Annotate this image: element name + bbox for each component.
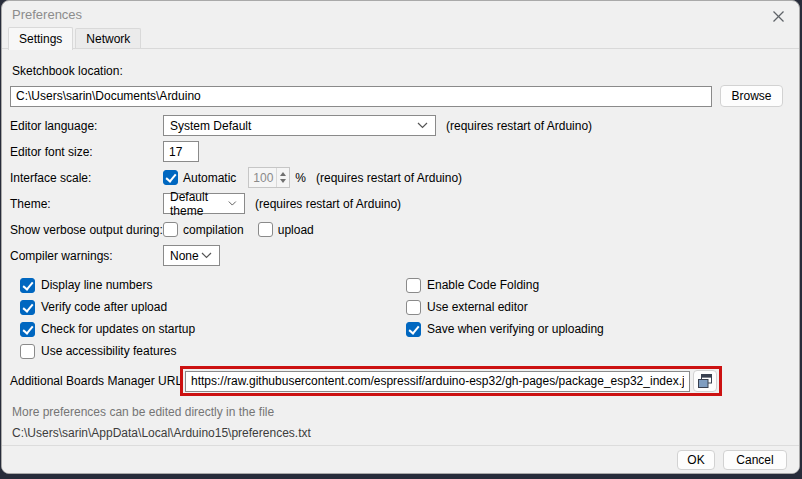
- verbose-upload-option[interactable]: upload: [258, 222, 314, 237]
- close-button[interactable]: [769, 7, 787, 25]
- tab-strip: Settings Network: [2, 28, 799, 49]
- theme-label: Theme:: [10, 197, 163, 211]
- option-verify-code-after-upload[interactable]: Verify code after upload: [20, 296, 406, 318]
- save-when-verifying-checkbox[interactable]: [406, 322, 421, 337]
- option-label: Use accessibility features: [41, 344, 176, 358]
- accessibility-checkbox[interactable]: [20, 344, 35, 359]
- automatic-scale-checkbox[interactable]: [163, 170, 178, 185]
- chevron-down-icon: [228, 200, 237, 207]
- compiler-warnings-value: None: [170, 249, 199, 263]
- sketchbook-location-input[interactable]: [10, 86, 712, 107]
- preferences-dialog: Preferences Settings Network Sketchbook …: [1, 0, 800, 474]
- close-icon: [772, 10, 785, 23]
- option-display-line-numbers[interactable]: Display line numbers: [20, 274, 406, 296]
- tab-network[interactable]: Network: [75, 28, 141, 49]
- verbose-compilation-checkbox[interactable]: [163, 222, 178, 237]
- boards-manager-urls-label: Additional Boards Manager URLs:: [10, 374, 180, 388]
- stepper-arrows[interactable]: [276, 168, 289, 187]
- tab-settings[interactable]: Settings: [8, 27, 73, 50]
- option-label: Display line numbers: [41, 278, 152, 292]
- display-line-numbers-checkbox[interactable]: [20, 278, 35, 293]
- option-save-when-verifying[interactable]: Save when verifying or uploading: [406, 318, 791, 340]
- dialog-button-bar: OK Cancel: [2, 445, 799, 473]
- scale-percent-sign: %: [295, 171, 306, 185]
- verbose-upload-checkbox[interactable]: [258, 222, 273, 237]
- urls-editor-button[interactable]: [693, 370, 717, 392]
- ok-button[interactable]: OK: [677, 450, 715, 470]
- theme-restart-note: (requires restart of Arduino): [255, 197, 401, 211]
- chevron-down-icon: [201, 252, 212, 259]
- browse-button[interactable]: Browse: [720, 85, 783, 107]
- verbose-compilation-option[interactable]: compilation: [163, 222, 244, 237]
- windows-list-icon: [697, 373, 713, 389]
- more-preferences-note: More preferences can be edited directly …: [12, 402, 791, 423]
- window-title: Preferences: [12, 7, 82, 22]
- theme-value: Default theme: [170, 190, 228, 218]
- scale-restart-note: (requires restart of Arduino): [316, 171, 462, 185]
- title-bar: Preferences: [2, 1, 799, 28]
- verbose-output-label: Show verbose output during:: [10, 223, 163, 237]
- settings-tab-content: Sketchbook location: Browse Editor langu…: [2, 49, 799, 465]
- stepper-down-icon[interactable]: [280, 179, 286, 183]
- language-restart-note: (requires restart of Arduino): [446, 119, 592, 133]
- verify-code-checkbox[interactable]: [20, 300, 35, 315]
- compiler-warnings-label: Compiler warnings:: [10, 249, 163, 263]
- option-use-external-editor[interactable]: Use external editor: [406, 296, 791, 318]
- editor-language-value: System Default: [170, 119, 251, 133]
- automatic-scale-option-label: Automatic: [183, 171, 236, 185]
- editor-language-select[interactable]: System Default: [163, 115, 436, 136]
- option-label: Verify code after upload: [41, 300, 167, 314]
- preferences-file-path: C:\Users\sarin\AppData\Local\Arduino15\p…: [12, 423, 791, 444]
- option-use-accessibility-features[interactable]: Use accessibility features: [20, 340, 406, 362]
- editor-font-size-input[interactable]: [163, 141, 199, 162]
- scale-percent-value: 100: [249, 171, 276, 185]
- option-label: Save when verifying or uploading: [427, 322, 604, 336]
- option-label: Enable Code Folding: [427, 278, 539, 292]
- automatic-scale-option[interactable]: Automatic: [163, 170, 236, 185]
- options-checkbox-grid: Display line numbers Verify code after u…: [20, 274, 791, 362]
- sketchbook-location-label: Sketchbook location:: [12, 64, 791, 78]
- editor-font-size-label: Editor font size:: [10, 145, 163, 159]
- compiler-warnings-select[interactable]: None: [163, 245, 220, 266]
- check-updates-checkbox[interactable]: [20, 322, 35, 337]
- option-label: Use external editor: [427, 300, 528, 314]
- chevron-down-icon: [417, 122, 428, 129]
- scale-percent-stepper[interactable]: 100: [248, 167, 290, 188]
- urls-highlight-annotation: [180, 366, 722, 396]
- stepper-up-icon[interactable]: [280, 172, 286, 176]
- verbose-upload-label: upload: [278, 223, 314, 237]
- external-editor-checkbox[interactable]: [406, 300, 421, 315]
- boards-manager-urls-input[interactable]: [185, 371, 690, 392]
- cancel-button[interactable]: Cancel: [723, 450, 787, 470]
- theme-select[interactable]: Default theme: [163, 193, 245, 214]
- code-folding-checkbox[interactable]: [406, 278, 421, 293]
- option-label: Check for updates on startup: [41, 322, 195, 336]
- editor-language-label: Editor language:: [10, 119, 163, 133]
- option-check-updates-startup[interactable]: Check for updates on startup: [20, 318, 406, 340]
- verbose-compilation-label: compilation: [183, 223, 244, 237]
- option-enable-code-folding[interactable]: Enable Code Folding: [406, 274, 791, 296]
- interface-scale-label: Interface scale:: [10, 171, 163, 185]
